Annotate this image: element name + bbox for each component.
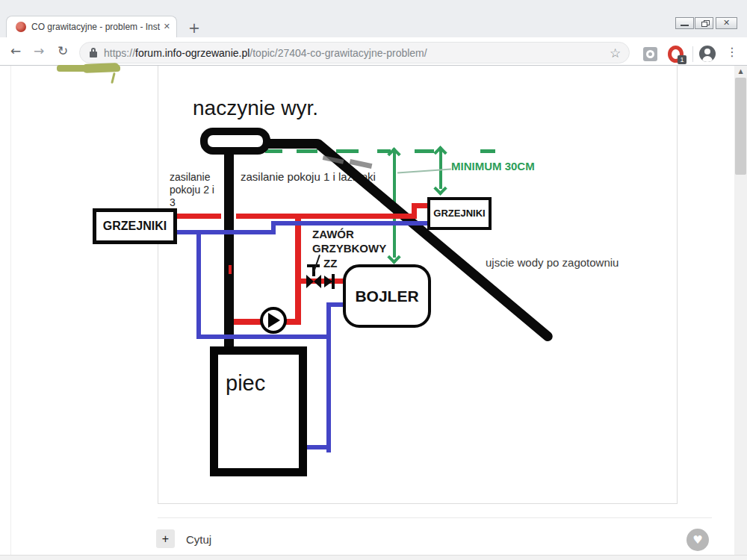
radiators-left-box: GRZEJNIKI bbox=[93, 208, 177, 244]
post-divider bbox=[158, 517, 712, 518]
valve-label-line3: ZZ bbox=[323, 257, 337, 270]
pdf-extension-glyph bbox=[646, 50, 654, 58]
furnace-box: piec bbox=[210, 346, 307, 476]
quote-button[interactable]: Cytuj bbox=[186, 533, 211, 546]
level-dash bbox=[265, 149, 282, 153]
supply-23-line1: zasilanie bbox=[170, 171, 214, 184]
return-pipe-right bbox=[271, 221, 427, 225]
valve-cap bbox=[307, 264, 320, 267]
mushroom-valve-icon-right bbox=[314, 275, 321, 288]
pump-symbol bbox=[260, 307, 287, 334]
level-dash bbox=[297, 149, 317, 153]
highlight-scribble-3 bbox=[111, 72, 116, 84]
like-heart-button[interactable]: ♥ bbox=[686, 529, 709, 551]
hot-pipe-left bbox=[177, 214, 221, 219]
level-dash bbox=[336, 149, 359, 153]
return-pipe-furnace-link bbox=[305, 445, 331, 449]
profile-avatar[interactable] bbox=[699, 46, 716, 62]
minimum-30cm-label: MINIMUM 30CM bbox=[451, 160, 535, 172]
page-left-divider bbox=[10, 66, 11, 555]
url-host: forum.info-ogrzewanie.pl bbox=[135, 47, 249, 59]
tab-close-icon[interactable]: ✕ bbox=[164, 22, 170, 31]
return-pipe-downcomer bbox=[196, 232, 201, 338]
valve-callout-line bbox=[313, 255, 320, 272]
window-restore-button[interactable] bbox=[695, 17, 713, 29]
return-pipe-left bbox=[177, 230, 275, 234]
arrow-down-icon bbox=[433, 181, 447, 195]
site-favicon-icon bbox=[16, 22, 26, 32]
image-border-left bbox=[158, 66, 158, 503]
return-pipe-bottom bbox=[196, 335, 331, 339]
browser-tab[interactable]: CO grawitacyjne - problem - Inst ✕ bbox=[6, 16, 177, 37]
scroll-up-icon[interactable]: ▲ bbox=[734, 68, 747, 75]
url-scheme: https:// bbox=[104, 47, 135, 59]
radiators-right-box: GRZEJNIKI bbox=[427, 197, 492, 230]
avatar-body bbox=[702, 56, 713, 62]
scrollbar-thumb[interactable] bbox=[735, 78, 746, 175]
mushroom-valve-icon bbox=[306, 275, 314, 288]
supply-23-line2: pokoju 2 i bbox=[170, 184, 214, 196]
back-button[interactable]: ← bbox=[10, 43, 21, 58]
new-tab-button[interactable]: + bbox=[188, 19, 200, 36]
return-pipe-boiler-link bbox=[326, 302, 344, 307]
url-path: /topic/27404-co-grawitacyjne-problem/ bbox=[249, 47, 427, 59]
return-pipe-boiler-down bbox=[326, 304, 331, 452]
tab-title: CO grawitacyjne - problem - Inst bbox=[31, 22, 163, 34]
expansion-vessel-label: naczynie wyr. bbox=[193, 96, 318, 120]
image-border-right bbox=[677, 66, 678, 503]
window-minimize-button[interactable] bbox=[675, 17, 694, 29]
callout-line-minimum bbox=[397, 168, 451, 173]
tab-strip: CO grawitacyjne - problem - Inst ✕ + ✕ bbox=[0, 0, 747, 37]
check-valve-bar bbox=[332, 274, 335, 289]
window-close-button[interactable]: ✕ bbox=[716, 17, 737, 29]
boiler-box: BOJLER bbox=[343, 264, 431, 328]
pdf-extension-icon[interactable] bbox=[643, 47, 657, 61]
valve-label-line2: GRZYBKOWY bbox=[312, 242, 386, 255]
hot-pipe-main bbox=[236, 214, 417, 219]
hot-pipe-riser bbox=[295, 216, 301, 325]
arrow-up-icon bbox=[433, 146, 447, 159]
reload-button[interactable]: ↻ bbox=[58, 43, 68, 58]
valve-label-line1: ZAWÓR bbox=[312, 228, 354, 240]
hot-pipe-pump-left bbox=[234, 319, 262, 325]
multiquote-button[interactable]: + bbox=[156, 529, 175, 548]
bookmark-star-icon[interactable]: ☆ bbox=[610, 46, 621, 60]
url-text: https://forum.info-ogrzewanie.pl/topic/2… bbox=[104, 47, 427, 59]
arrow-down-icon bbox=[387, 250, 400, 264]
avatar-head bbox=[704, 49, 710, 55]
furnace-label: piec bbox=[226, 371, 265, 396]
minimize-icon bbox=[681, 25, 689, 26]
browser-menu-icon[interactable]: ⋮ bbox=[726, 45, 738, 59]
supply-rooms-23-label: zasilanie pokoju 2 i 3 bbox=[170, 171, 214, 209]
restore-icon-front bbox=[701, 22, 707, 27]
pump-triangle-icon bbox=[268, 313, 280, 328]
red-tick-mark bbox=[229, 265, 232, 274]
scrollbar[interactable]: ▲ bbox=[734, 66, 747, 555]
outlet-label: ujscie wody po zagotowniu bbox=[486, 256, 619, 269]
image-border-bottom bbox=[158, 503, 678, 504]
level-dash bbox=[480, 149, 495, 153]
main-riser-pipe bbox=[224, 149, 234, 357]
expansion-vessel-shape bbox=[200, 128, 270, 155]
hot-pipe-step-horizontal bbox=[412, 203, 429, 208]
forward-button[interactable]: → bbox=[34, 43, 44, 58]
highlight-scribble-2 bbox=[82, 63, 120, 73]
lock-icon-shackle bbox=[91, 48, 96, 53]
extension-badge: 1 bbox=[678, 55, 686, 64]
window-bottom-edge bbox=[0, 555, 747, 560]
browser-window: CO grawitacyjne - problem - Inst ✕ + ✕ ←… bbox=[0, 0, 747, 560]
supply-23-line3: 3 bbox=[170, 196, 214, 209]
close-icon: ✕ bbox=[716, 18, 737, 28]
level-dash bbox=[415, 149, 434, 153]
toolbar-divider bbox=[692, 46, 693, 62]
